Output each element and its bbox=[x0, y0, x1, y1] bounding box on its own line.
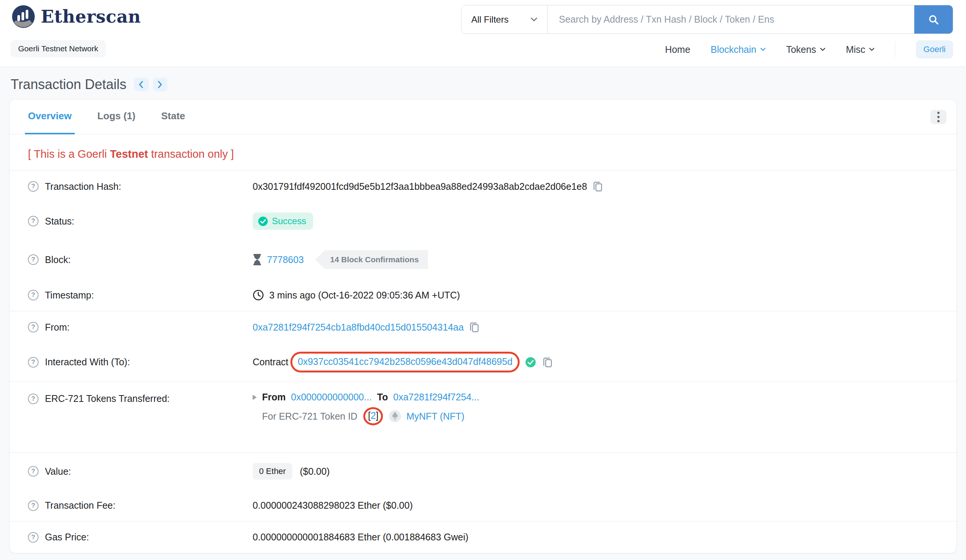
chevron-left-icon bbox=[139, 81, 143, 88]
help-icon[interactable]: ? bbox=[28, 357, 38, 368]
chevron-down-icon bbox=[820, 47, 826, 51]
chevron-down-icon bbox=[760, 47, 766, 51]
tab-state[interactable]: State bbox=[158, 100, 189, 134]
row-timestamp: ? Timestamp: 3 mins ago (Oct-16-2022 09:… bbox=[10, 279, 956, 311]
bracket-open: [ bbox=[368, 410, 370, 421]
search-input[interactable] bbox=[547, 5, 914, 34]
caret-right-icon[interactable] bbox=[253, 395, 257, 400]
row-erc721-transfers: ? ERC-721 Tokens Transferred: From 0x000… bbox=[10, 382, 956, 452]
tabs: Overview Logs (1) State bbox=[25, 100, 188, 134]
row-transaction-hash: ? Transaction Hash: 0x301791fdf492001fcd… bbox=[10, 170, 956, 202]
nav-item-tokens[interactable]: Tokens bbox=[786, 44, 826, 55]
usd-value: ($0.00) bbox=[300, 466, 330, 477]
prev-transaction-button[interactable] bbox=[134, 78, 148, 91]
site-header: Etherscan Goerli Testnet Network All Fil… bbox=[0, 0, 966, 67]
copy-icon[interactable] bbox=[593, 181, 603, 192]
help-icon[interactable]: ? bbox=[28, 500, 38, 511]
nav-item-misc-label: Misc bbox=[846, 44, 865, 55]
from-address-link[interactable]: 0xa7281f294f7254cb1a8fbd40cd15d015504314… bbox=[253, 322, 464, 333]
copy-icon[interactable] bbox=[469, 321, 480, 333]
nav-item-misc[interactable]: Misc bbox=[846, 44, 875, 55]
card-header: Overview Logs (1) State bbox=[10, 100, 956, 134]
brand-name: Etherscan bbox=[41, 7, 141, 27]
chevron-down-icon bbox=[869, 47, 875, 51]
check-circle-icon bbox=[258, 216, 268, 226]
block-confirmations-badge: 14 Block Confirmations bbox=[315, 250, 428, 269]
nav-divider bbox=[895, 41, 895, 57]
from-label: From: bbox=[45, 322, 69, 333]
help-icon[interactable]: ? bbox=[28, 322, 38, 332]
etherscan-logo-icon bbox=[12, 5, 36, 29]
notice-prefix: [ This is a Goerli bbox=[28, 148, 110, 160]
row-gas-price: ? Gas Price: 0.000000000001884683 Ether … bbox=[10, 522, 956, 553]
nft-token-link[interactable]: MyNFT (NFT) bbox=[406, 411, 465, 422]
main-nav: Home Blockchain Tokens Misc Goerli bbox=[665, 38, 953, 61]
timestamp-label: Timestamp: bbox=[45, 290, 94, 301]
bracket-close: ] bbox=[376, 410, 378, 421]
row-block: ? Block: 7778603 14 Block Confirmations bbox=[10, 240, 956, 279]
interacted-with-label: Interacted With (To): bbox=[45, 357, 130, 368]
nav-item-home[interactable]: Home bbox=[665, 44, 690, 55]
transaction-hash-value: 0x301791fdf492001fcd9d5e5b12f3aa1bbbea9a… bbox=[253, 181, 587, 192]
title-row: Transaction Details bbox=[11, 77, 966, 92]
brand[interactable]: Etherscan bbox=[12, 5, 141, 29]
help-icon[interactable]: ? bbox=[28, 532, 38, 543]
erc721-to-address-link[interactable]: 0xa7281f294f7254... bbox=[393, 392, 479, 403]
erc721-from-label: From bbox=[262, 392, 286, 403]
erc721-token-line: For ERC-721 Token ID [2] MyNFT (NFT) bbox=[262, 409, 479, 423]
tab-logs[interactable]: Logs (1) bbox=[94, 100, 139, 134]
block-label: Block: bbox=[45, 254, 71, 265]
status-label: Status: bbox=[45, 216, 74, 227]
gas-price-label: Gas Price: bbox=[45, 532, 89, 543]
value-label: Value: bbox=[45, 466, 71, 477]
token-id-link[interactable]: 2 bbox=[370, 410, 376, 421]
block-number-link[interactable]: 7778603 bbox=[267, 254, 304, 265]
nav-item-blockchain[interactable]: Blockchain bbox=[711, 44, 766, 55]
transaction-hash-label: Transaction Hash: bbox=[45, 181, 121, 192]
contract-annotation-oval: 0x937cc03541cc7942b258c0596e43d047df4869… bbox=[291, 352, 520, 372]
notice-suffix: transaction only ] bbox=[148, 148, 234, 160]
search-button[interactable] bbox=[914, 5, 953, 34]
erc721-transfer-line: From 0x000000000000... To 0xa7281f294f72… bbox=[253, 392, 479, 403]
chevron-down-icon bbox=[531, 17, 537, 21]
contract-address-link[interactable]: 0x937cc03541cc7942b258c0596e43d047df4869… bbox=[297, 356, 513, 367]
transaction-card: Overview Logs (1) State [ This is a Goer… bbox=[10, 99, 956, 553]
chevron-right-icon bbox=[158, 81, 163, 88]
transaction-fee-label: Transaction Fee: bbox=[45, 500, 115, 511]
clock-icon bbox=[253, 290, 264, 301]
copy-icon[interactable] bbox=[542, 357, 553, 368]
help-icon[interactable]: ? bbox=[28, 254, 38, 265]
erc721-label: ERC-721 Tokens Transferred: bbox=[45, 393, 169, 404]
erc721-from-address-link[interactable]: 0x000000000000... bbox=[291, 392, 372, 403]
help-icon[interactable]: ? bbox=[28, 290, 38, 300]
help-icon[interactable]: ? bbox=[28, 216, 38, 226]
search-bar: All Filters bbox=[461, 5, 953, 34]
help-icon[interactable]: ? bbox=[28, 466, 38, 476]
more-options-button[interactable] bbox=[930, 110, 946, 124]
ether-value-badge: 0 Ether bbox=[253, 463, 292, 480]
kebab-icon bbox=[937, 112, 940, 114]
erc721-to-label: To bbox=[377, 392, 388, 403]
help-icon[interactable]: ? bbox=[28, 181, 38, 192]
next-transaction-button[interactable] bbox=[153, 78, 167, 91]
page-title: Transaction Details bbox=[11, 77, 127, 92]
ethereum-icon bbox=[392, 411, 398, 421]
gas-price-value: 0.000000000001884683 Ether (0.001884683 … bbox=[253, 532, 468, 543]
tab-overview[interactable]: Overview bbox=[25, 100, 75, 134]
status-value: Success bbox=[272, 216, 306, 226]
hourglass-icon bbox=[253, 254, 262, 266]
row-from: ? From: 0xa7281f294f7254cb1a8fbd40cd15d0… bbox=[10, 311, 956, 343]
network-badge: Goerli Testnet Network bbox=[11, 40, 106, 57]
row-transaction-fee: ? Transaction Fee: 0.000000243088298023 … bbox=[10, 490, 956, 521]
notice-bold: Testnet bbox=[110, 148, 148, 160]
search-filter-dropdown[interactable]: All Filters bbox=[462, 5, 547, 34]
help-icon[interactable]: ? bbox=[28, 394, 38, 404]
status-badge: Success bbox=[253, 213, 313, 230]
search-filter-label: All Filters bbox=[471, 14, 509, 25]
nav-item-blockchain-label: Blockchain bbox=[711, 44, 756, 55]
testnet-notice: [ This is a Goerli Testnet transaction o… bbox=[28, 148, 938, 160]
network-switch-button[interactable]: Goerli bbox=[916, 40, 953, 59]
contract-prefix: Contract bbox=[253, 357, 288, 368]
verified-check-icon bbox=[525, 357, 536, 368]
row-interacted-with: ? Interacted With (To): Contract 0x937cc… bbox=[10, 343, 956, 381]
